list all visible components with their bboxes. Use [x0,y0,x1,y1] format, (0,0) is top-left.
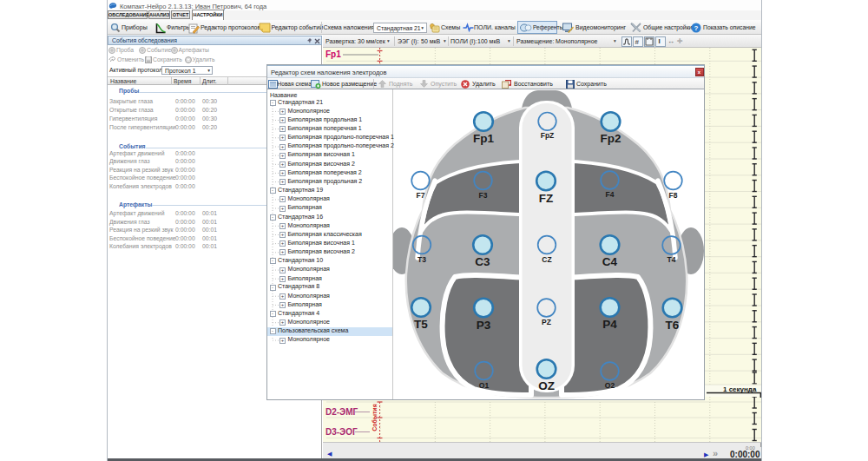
svg-text:Fp2: Fp2 [600,132,621,145]
svg-text:1 секунда: 1 секунда [723,385,757,393]
svg-text:C3: C3 [475,255,490,268]
svg-text:D2-ЭМГ: D2-ЭМГ [326,407,358,417]
svg-text:Fp1: Fp1 [326,49,341,59]
svg-text:События: События [372,404,378,431]
svg-text:T6: T6 [666,319,680,332]
svg-text:T4: T4 [667,255,676,264]
svg-text:T3: T3 [418,255,426,264]
svg-text:FZ: FZ [539,192,554,205]
svg-text:D3-ЭОГ: D3-ЭОГ [326,427,358,437]
svg-text:F7: F7 [417,191,425,200]
svg-text:P4: P4 [602,318,617,331]
svg-text:F8: F8 [669,191,678,200]
svg-text:O2: O2 [605,381,615,390]
svg-text:FpZ: FpZ [541,131,555,140]
svg-text:PZ: PZ [542,318,551,326]
svg-text:P3: P3 [477,319,491,332]
svg-text:?: ? [694,24,699,32]
svg-text:CZ: CZ [542,255,551,264]
svg-text:Fp1: Fp1 [473,132,494,145]
svg-text:F3: F3 [479,191,488,200]
svg-text:T5: T5 [414,318,428,331]
svg-text:C4: C4 [602,255,618,268]
svg-text:F4: F4 [606,190,615,199]
svg-text:OZ: OZ [538,379,555,392]
svg-text:O1: O1 [479,381,490,390]
